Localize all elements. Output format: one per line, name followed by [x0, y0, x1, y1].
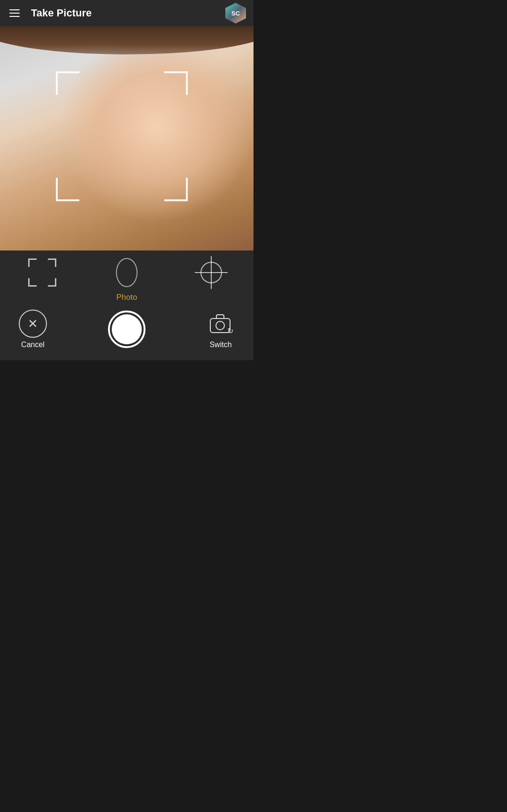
camera-face-skin: [0, 26, 254, 250]
shutter-inner: [112, 314, 142, 344]
switch-label: Switch: [209, 341, 231, 349]
cancel-x-icon: ✕: [28, 318, 38, 330]
header: Take Picture SC: [0, 0, 254, 26]
menu-button[interactable]: [8, 8, 22, 19]
mode-label: Photo: [116, 293, 137, 302]
menu-line-3: [9, 16, 20, 17]
bracket-icon-tr: [48, 258, 56, 267]
crosshair-circle: [200, 262, 222, 283]
bracket-icon-tl: [28, 258, 37, 267]
bracket-icon-bl: [28, 278, 37, 287]
menu-line-1: [9, 9, 20, 10]
switch-icon-wrapper: ↻: [207, 310, 235, 338]
cancel-circle: ✕: [19, 310, 47, 338]
controls-bar: Photo ✕ Cancel ↻ Switch: [0, 250, 254, 360]
switch-camera-button[interactable]: ↻ Switch: [207, 310, 235, 349]
camera-viewfinder[interactable]: [0, 26, 254, 250]
controls-bottom-row: ✕ Cancel ↻ Switch: [0, 310, 254, 357]
shutter-button[interactable]: [108, 311, 146, 348]
refresh-arrow-icon: ↻: [227, 327, 233, 335]
page-title: Take Picture: [31, 7, 225, 19]
cancel-label: Cancel: [21, 341, 45, 349]
switch-camera-icon: ↻: [210, 314, 231, 333]
face-bracket-icon[interactable]: [28, 258, 56, 287]
menu-line-2: [9, 13, 20, 14]
avatar[interactable]: SC: [225, 3, 246, 23]
crosshair-icon[interactable]: [197, 258, 225, 287]
controls-top-row: [0, 258, 254, 287]
face-oval-icon[interactable]: [116, 258, 138, 287]
camera-bump: [216, 314, 224, 318]
cancel-button[interactable]: ✕ Cancel: [19, 310, 47, 349]
bracket-icon-br: [48, 278, 56, 287]
camera-lens: [215, 321, 225, 330]
